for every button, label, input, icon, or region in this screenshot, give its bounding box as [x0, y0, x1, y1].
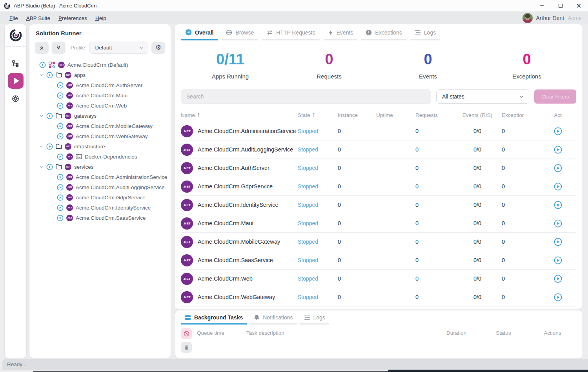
start-app-button[interactable]: [539, 182, 576, 191]
col-requests[interactable]: Requests: [415, 112, 453, 118]
play-icon[interactable]: [57, 153, 64, 160]
tree-item[interactable]: .NET services: [29, 162, 171, 172]
tree-item[interactable]: .NET Acme.CloudCrm.AdministrationService: [29, 172, 171, 182]
play-icon[interactable]: [57, 123, 64, 129]
user-cluster[interactable]: Arthur Dent Acme: [522, 12, 582, 24]
col-exceptions[interactable]: Exceptions: [502, 112, 539, 118]
app-name: Acme.CloudCrm.GdprService: [198, 183, 273, 190]
table-row[interactable]: .NET Acme.CloudCrm.WebGateway Stopped 0 …: [181, 288, 576, 306]
tree-item[interactable]: .NET Acme.CloudCrm.Maui: [29, 90, 171, 100]
start-app-button[interactable]: [539, 164, 576, 172]
tree-item[interactable]: .NET Acme.CloudCrm.IdentityService: [29, 202, 171, 213]
maximize-button[interactable]: [551, 0, 570, 11]
tree-item[interactable]: .NET Acme.CloudCrm (Default): [29, 60, 171, 70]
chevron-down-icon[interactable]: [39, 114, 44, 118]
col-state[interactable]: State ↑: [298, 112, 338, 118]
col-events[interactable]: Events (R/S): [453, 112, 502, 118]
table-row[interactable]: .NET Acme.CloudCrm.AdministrationService…: [181, 122, 576, 140]
tab-notifications[interactable]: Notifications: [250, 310, 297, 325]
col-actions[interactable]: Act: [539, 112, 576, 118]
tree-item[interactable]: .NET Acme.CloudCrm.AuthServer: [29, 80, 171, 90]
tree-item[interactable]: .NET Acme.CloudCrm.AuditLoggingService: [29, 182, 171, 192]
close-button[interactable]: ×: [570, 0, 588, 11]
table-row[interactable]: .NET Acme.CloudCrm.MobileGateway Stopped…: [181, 232, 576, 251]
play-icon[interactable]: [39, 62, 46, 68]
menu-item[interactable]: ABP Suite: [26, 15, 50, 21]
tree-item[interactable]: .NET apps: [29, 70, 171, 80]
chevron-down-icon[interactable]: [39, 165, 44, 169]
table-row[interactable]: .NET Acme.CloudCrm.AuditLoggingService S…: [181, 140, 576, 159]
minimize-button[interactable]: [533, 0, 551, 11]
start-app-button[interactable]: [539, 201, 576, 209]
tab-background-tasks[interactable]: Background Tasks: [181, 310, 247, 325]
play-icon[interactable]: [57, 184, 64, 191]
kubernetes-button[interactable]: [8, 91, 24, 106]
play-icon[interactable]: [57, 92, 64, 99]
play-icon[interactable]: [46, 72, 53, 78]
table-row[interactable]: .NET Acme.CloudCrm.SaasService Stopped 0…: [181, 251, 576, 269]
play-icon[interactable]: [57, 194, 64, 201]
col-name[interactable]: Name ↑: [181, 112, 298, 118]
menu-item[interactable]: Help: [95, 15, 106, 21]
tree-item[interactable]: .NET infrastructure: [29, 141, 171, 151]
clear-tasks-button[interactable]: [181, 342, 192, 353]
solution-explorer-button[interactable]: [8, 55, 24, 71]
play-icon[interactable]: [57, 204, 64, 211]
tab-http-requests[interactable]: HTTP Requests: [262, 24, 319, 40]
start-app-button[interactable]: [539, 219, 576, 228]
menu-item[interactable]: File: [9, 15, 18, 21]
start-app-button[interactable]: [539, 256, 576, 264]
tab-browse[interactable]: Browse: [222, 24, 258, 40]
start-app-button[interactable]: [539, 293, 576, 301]
avatar[interactable]: [522, 13, 533, 23]
tree-item[interactable]: .NET Acme.CloudCrm.Web: [29, 100, 171, 111]
table-row[interactable]: .NET Acme.CloudCrm.Web Stopped 0 0 0/0 0: [181, 269, 576, 288]
profile-select[interactable]: Default: [89, 42, 148, 54]
play-icon[interactable]: [57, 215, 64, 221]
col-uptime[interactable]: Uptime: [376, 112, 415, 118]
tree-item[interactable]: .NET Docker-Dependencies: [29, 151, 171, 162]
tab-overall[interactable]: Overall: [181, 24, 218, 40]
start-app-button[interactable]: [539, 146, 576, 154]
menu-item[interactable]: Preferences: [58, 15, 87, 21]
tab-events[interactable]: Events: [324, 24, 358, 40]
search-input[interactable]: [181, 89, 431, 104]
start-app-button[interactable]: [539, 275, 576, 283]
play-icon[interactable]: [57, 133, 64, 140]
clear-filters-button[interactable]: Clear Filters: [534, 89, 576, 104]
stat-requests: 0 Requests: [280, 51, 379, 80]
table-row[interactable]: .NET Acme.CloudCrm.Maui Stopped 0 0 0/0 …: [181, 214, 576, 232]
exceptions-count: 0: [502, 294, 539, 300]
expand-all-button[interactable]: [52, 42, 66, 54]
tree-item[interactable]: .NET Acme.CloudCrm.SaasService: [29, 213, 171, 223]
collapse-all-button[interactable]: [35, 42, 49, 54]
chevron-down-icon[interactable]: [39, 73, 44, 77]
tab-exceptions[interactable]: Exceptions: [361, 24, 406, 40]
play-icon[interactable]: [57, 174, 64, 181]
stat-value: 0: [424, 51, 432, 68]
tree-item[interactable]: .NET Acme.CloudCrm.GdprService: [29, 192, 171, 202]
table-row[interactable]: .NET Acme.CloudCrm.GdprService Stopped 0…: [181, 177, 576, 195]
start-app-button[interactable]: [539, 127, 576, 135]
chevron-down-icon[interactable]: [39, 144, 44, 149]
state-filter-select[interactable]: All states: [436, 89, 529, 104]
runner-settings-button[interactable]: ⚙: [151, 42, 165, 54]
solution-runner-button[interactable]: [8, 73, 24, 89]
tree-item[interactable]: .NET Acme.CloudCrm.MobileGateway: [29, 121, 171, 131]
col-instance[interactable]: Instance: [338, 112, 376, 118]
table-row[interactable]: .NET Acme.CloudCrm.AuthServer Stopped 0 …: [181, 159, 576, 177]
play-icon[interactable]: [46, 113, 53, 119]
dotnet-icon: .NET: [66, 92, 73, 99]
cancel-tasks-button[interactable]: [181, 328, 192, 339]
tree-item[interactable]: .NET Acme.CloudCrm.WebGateway: [29, 131, 171, 141]
table-row[interactable]: .NET Acme.CloudCrm.IdentityService Stopp…: [181, 195, 576, 214]
dotnet-icon: .NET: [181, 217, 193, 230]
start-app-button[interactable]: [539, 238, 576, 246]
tab-logs[interactable]: Logs: [410, 24, 440, 40]
tab-bottom-logs[interactable]: Logs: [300, 310, 329, 325]
play-icon[interactable]: [46, 164, 53, 170]
play-icon[interactable]: [57, 82, 64, 89]
play-icon[interactable]: [46, 143, 53, 150]
play-icon[interactable]: [57, 102, 64, 109]
tree-item[interactable]: .NET gateways: [29, 111, 171, 121]
